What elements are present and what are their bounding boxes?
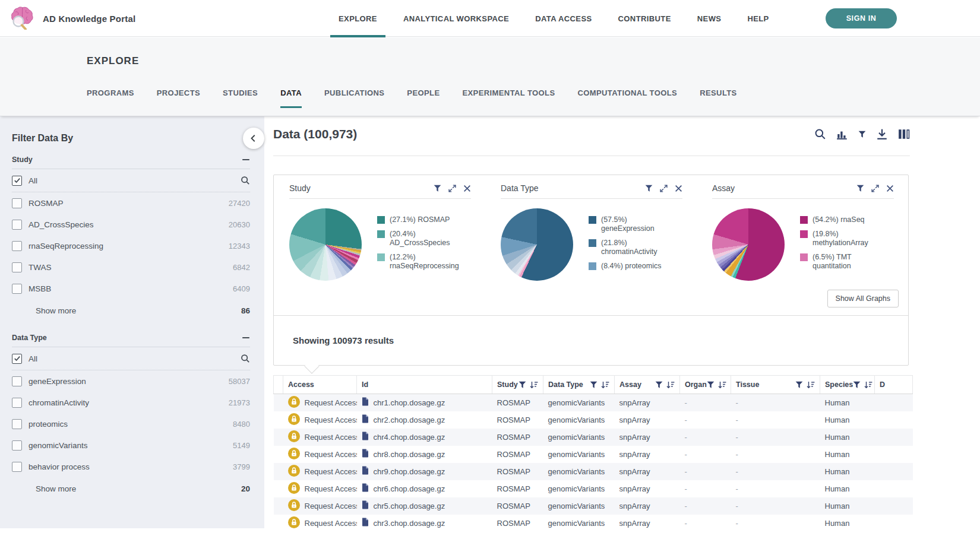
sort-icon[interactable] (666, 381, 675, 389)
lock-icon[interactable] (288, 396, 300, 410)
lock-icon[interactable] (288, 448, 300, 461)
facet-search-icon[interactable] (241, 354, 250, 363)
checkbox-rosmap[interactable] (12, 198, 22, 208)
checkbox-twas[interactable] (12, 262, 22, 272)
brand[interactable]: AD Knowledge Portal (10, 5, 135, 32)
close-icon[interactable] (463, 185, 471, 192)
filter-icon[interactable] (856, 185, 864, 192)
file-link[interactable]: chr5.chop.dosage.gz (374, 502, 445, 510)
lock-icon[interactable] (288, 499, 300, 513)
expand-icon[interactable] (871, 185, 879, 192)
request-access-link[interactable]: Request Access (305, 519, 357, 528)
filter-icon[interactable] (519, 381, 526, 389)
file-link[interactable]: chr3.chop.dosage.gz (374, 519, 445, 528)
request-access-link[interactable]: Request Access (305, 433, 357, 442)
column-header-d[interactable]: D (875, 376, 913, 394)
sort-icon[interactable] (718, 381, 726, 389)
legend-swatch (800, 230, 808, 238)
nav-item-explore[interactable]: EXPLORE (339, 0, 377, 37)
checkbox-msbb[interactable] (12, 284, 22, 294)
file-link[interactable]: chr1.chop.dosage.gz (374, 398, 445, 407)
close-icon[interactable] (675, 185, 682, 192)
checkbox-chromatinactivity[interactable] (12, 398, 22, 408)
checkbox-proteomics[interactable] (12, 419, 22, 429)
column-header-access[interactable]: Access (283, 376, 357, 394)
tab-data[interactable]: DATA (280, 88, 302, 108)
tab-projects[interactable]: PROJECTS (157, 88, 200, 108)
filter-icon[interactable] (434, 185, 441, 192)
checkbox-ad-crossspecies[interactable] (12, 220, 22, 230)
lock-icon[interactable] (288, 482, 300, 496)
tab-results[interactable]: RESULTS (700, 88, 737, 108)
file-link[interactable]: chr6.chop.dosage.gz (374, 484, 445, 493)
facet-count: 27420 (229, 199, 250, 208)
tab-experimental-tools[interactable]: EXPERIMENTAL TOOLS (462, 88, 555, 108)
nav-item-data-access[interactable]: DATA ACCESS (535, 0, 592, 37)
checkbox-all[interactable] (12, 176, 22, 186)
columns-icon[interactable] (898, 128, 910, 140)
sidebar-collapse-button[interactable] (243, 128, 264, 149)
sort-icon[interactable] (601, 381, 609, 389)
tab-programs[interactable]: PROGRAMS (87, 88, 134, 108)
lock-icon[interactable] (288, 413, 300, 427)
nav-item-analytical-workspace[interactable]: ANALYTICAL WORKSPACE (403, 0, 509, 37)
request-access-link[interactable]: Request Access (305, 467, 357, 476)
tab-people[interactable]: PEOPLE (407, 88, 440, 108)
close-icon[interactable] (886, 185, 894, 192)
column-header-id[interactable]: Id (357, 376, 492, 394)
file-link[interactable]: chr2.chop.dosage.gz (374, 416, 445, 424)
facet-search-icon[interactable] (241, 176, 250, 185)
filter-icon[interactable] (853, 381, 861, 389)
file-link[interactable]: chr4.chop.dosage.gz (374, 433, 445, 442)
column-header-organ[interactable]: Organ (680, 376, 731, 394)
expand-icon[interactable] (660, 185, 668, 192)
checkbox-all[interactable] (12, 354, 22, 364)
filter-icon[interactable] (707, 381, 715, 389)
tab-studies[interactable]: STUDIES (223, 88, 258, 108)
request-access-link[interactable]: Request Access (305, 398, 357, 407)
tab-publications[interactable]: PUBLICATIONS (324, 88, 384, 108)
checkbox-rnaseqreprocessing[interactable] (12, 241, 22, 251)
lock-icon[interactable] (288, 516, 300, 530)
sort-icon[interactable] (807, 381, 815, 389)
column-header-tissue[interactable]: Tissue (731, 376, 820, 394)
sort-icon[interactable] (530, 381, 538, 389)
request-access-link[interactable]: Request Access (305, 502, 357, 510)
show-more-link[interactable]: Show more (36, 306, 76, 315)
filter-icon[interactable] (655, 381, 663, 389)
filter-icon[interactable] (795, 381, 803, 389)
column-header-data-type[interactable]: Data Type (543, 376, 615, 394)
download-icon[interactable] (876, 128, 888, 140)
checkbox-genomicvariants[interactable] (12, 440, 22, 451)
expand-icon[interactable] (448, 185, 456, 192)
sign-in-button[interactable]: SIGN IN (826, 8, 897, 28)
filter-icon[interactable] (645, 185, 653, 192)
lock-icon[interactable] (288, 430, 300, 444)
file-link[interactable]: chr8.chop.dosage.gz (374, 450, 445, 459)
column-header-study[interactable]: Study (492, 376, 543, 394)
collapse-section-icon[interactable] (242, 156, 250, 164)
tab-computational-tools[interactable]: COMPUTATIONAL TOOLS (577, 88, 677, 108)
column-header-assay[interactable]: Assay (615, 376, 680, 394)
show-all-graphs-button[interactable]: Show All Graphs (827, 290, 899, 307)
sort-icon[interactable] (864, 381, 872, 389)
filter-icon[interactable] (858, 131, 866, 138)
request-access-link[interactable]: Request Access (305, 416, 357, 424)
search-icon[interactable] (814, 128, 826, 140)
collapse-section-icon[interactable] (242, 334, 250, 342)
bar-chart-icon[interactable] (836, 128, 848, 140)
nav-item-contribute[interactable]: CONTRIBUTE (618, 0, 671, 37)
checkbox-behavior-process[interactable] (12, 462, 22, 472)
column-header-species[interactable]: Species (820, 376, 875, 394)
checkbox-geneexpression[interactable] (12, 376, 22, 386)
file-icon (362, 500, 369, 511)
file-icon (362, 483, 369, 494)
file-link[interactable]: chr9.chop.dosage.gz (374, 467, 445, 476)
nav-item-news[interactable]: NEWS (697, 0, 722, 37)
nav-item-help[interactable]: HELP (747, 0, 769, 37)
filter-icon[interactable] (590, 381, 598, 389)
lock-icon[interactable] (288, 465, 300, 478)
show-more-link[interactable]: Show more (36, 484, 76, 493)
request-access-link[interactable]: Request Access (305, 450, 357, 459)
request-access-link[interactable]: Request Access (305, 484, 357, 493)
